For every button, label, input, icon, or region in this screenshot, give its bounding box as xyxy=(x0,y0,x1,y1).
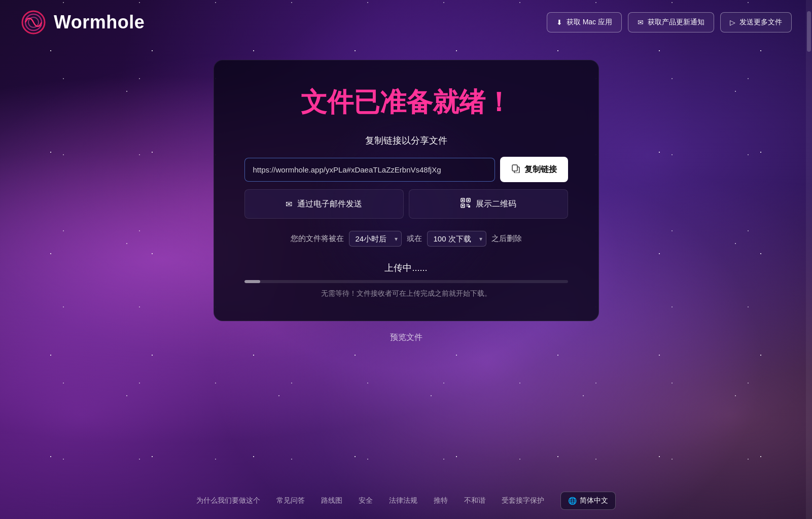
svg-rect-14 xyxy=(468,205,470,207)
svg-rect-4 xyxy=(512,165,517,171)
progress-bar-background xyxy=(244,280,568,283)
share-link-input[interactable] xyxy=(244,158,495,182)
time-expiry-select[interactable]: 24小时后 12小时后 48小时后 72小时后 xyxy=(349,231,402,247)
copy-icon xyxy=(511,164,520,175)
footer-link-discord[interactable]: 不和谐 xyxy=(464,496,485,505)
footer-link-why[interactable]: 为什么我们要做这个 xyxy=(196,496,260,505)
header: Wormhole ⬇ 获取 Mac 应用 ✉ 获取产品更新通知 ▷ 发送更多文件 xyxy=(0,0,812,45)
send-email-button[interactable]: ✉ 通过电子邮件发送 xyxy=(244,189,404,219)
upload-note-text: 无需等待！文件接收者可在上传完成之前就开始下载。 xyxy=(244,289,568,298)
footer: 为什么我们要做这个 常见问答 路线图 安全 法律法规 推特 不和谐 受套接字保护… xyxy=(0,482,812,519)
logo-area: Wormhole xyxy=(20,9,145,36)
svg-rect-6 xyxy=(462,199,464,201)
upload-status-text: 上传中...... xyxy=(244,262,568,274)
preview-files-link[interactable]: 预览文件 xyxy=(0,332,812,343)
svg-rect-10 xyxy=(462,205,464,206)
footer-link-roadmap[interactable]: 路线图 xyxy=(321,496,342,505)
scrollbar[interactable] xyxy=(806,0,812,519)
wormhole-logo-icon xyxy=(20,9,47,36)
footer-link-legal[interactable]: 法律法规 xyxy=(389,496,417,505)
header-buttons: ⬇ 获取 Mac 应用 ✉ 获取产品更新通知 ▷ 发送更多文件 xyxy=(547,12,792,32)
footer-link-protected[interactable]: 受套接字保护 xyxy=(502,496,544,505)
globe-icon: 🌐 xyxy=(568,497,577,505)
svg-rect-12 xyxy=(468,204,469,205)
footer-link-twitter[interactable]: 推特 xyxy=(434,496,448,505)
qr-icon xyxy=(461,198,471,210)
link-row: 复制链接 xyxy=(244,157,568,182)
svg-rect-8 xyxy=(468,199,469,201)
logo-text: Wormhole xyxy=(54,12,145,33)
card-subtitle: 复制链接以分享文件 xyxy=(244,134,568,147)
send-more-files-button[interactable]: ▷ 发送更多文件 xyxy=(720,12,792,32)
get-updates-button[interactable]: ✉ 获取产品更新通知 xyxy=(628,12,714,32)
footer-link-faq[interactable]: 常见问答 xyxy=(276,496,305,505)
time-select-wrap: 24小时后 12小时后 48小时后 72小时后 ▾ xyxy=(349,231,402,247)
send-icon: ▷ xyxy=(730,18,735,26)
copy-link-button[interactable]: 复制链接 xyxy=(500,157,568,182)
download-select-wrap: 100 次下载 10 次下载 50 次下载 200 次下载 ▾ xyxy=(427,231,486,247)
download-icon: ⬇ xyxy=(556,18,562,26)
download-limit-select[interactable]: 100 次下载 10 次下载 50 次下载 200 次下载 xyxy=(427,231,486,247)
svg-rect-11 xyxy=(467,204,468,205)
email-icon: ✉ xyxy=(286,199,292,209)
svg-rect-13 xyxy=(467,205,468,206)
footer-link-security[interactable]: 安全 xyxy=(359,496,373,505)
card-title: 文件已准备就绪！ xyxy=(244,85,568,120)
progress-bar-fill xyxy=(244,280,261,283)
expiry-row: 您的文件将被在 24小时后 12小时后 48小时后 72小时后 ▾ 或在 100… xyxy=(244,231,568,247)
action-row: ✉ 通过电子邮件发送 xyxy=(244,189,568,219)
show-qr-button[interactable]: 展示二维码 xyxy=(409,189,568,219)
file-ready-card: 文件已准备就绪！ 复制链接以分享文件 复制链接 ✉ 通过电子邮件发送 xyxy=(214,60,599,321)
scrollbar-thumb[interactable] xyxy=(807,11,811,52)
upload-section: 上传中...... 无需等待！文件接收者可在上传完成之前就开始下载。 xyxy=(244,262,568,298)
mail-icon: ✉ xyxy=(638,18,644,26)
language-button[interactable]: 🌐 简体中文 xyxy=(560,492,616,510)
get-mac-app-button[interactable]: ⬇ 获取 Mac 应用 xyxy=(547,12,622,32)
main-content: 文件已准备就绪！ 复制链接以分享文件 复制链接 ✉ 通过电子邮件发送 xyxy=(0,45,812,321)
